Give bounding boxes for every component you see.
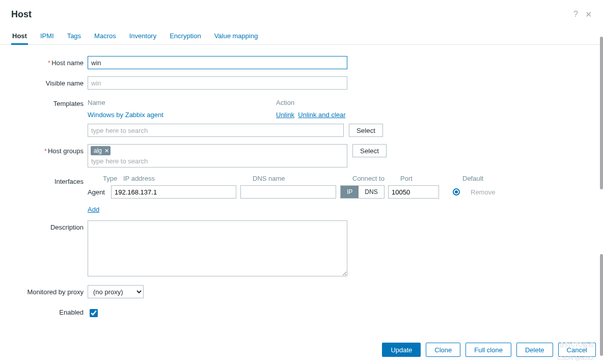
dialog-title: Host	[11, 9, 32, 20]
label-host-name: *Host name	[11, 56, 88, 67]
label-interfaces: Interfaces	[11, 175, 88, 185]
label-description: Description	[11, 220, 88, 231]
delete-button[interactable]: Delete	[516, 343, 553, 357]
templates-header-name: Name	[88, 97, 276, 109]
host-groups-select-button[interactable]: Select	[352, 144, 387, 157]
tab-value-mapping[interactable]: Value mapping	[213, 28, 259, 44]
enabled-checkbox[interactable]	[90, 309, 98, 317]
tab-inventory[interactable]: Inventory	[128, 28, 157, 44]
interface-type-label: Agent	[88, 188, 111, 196]
interface-dns-input[interactable]	[240, 185, 336, 199]
proxy-select[interactable]: (no proxy)	[88, 285, 144, 298]
label-templates: Templates	[11, 97, 88, 107]
description-textarea[interactable]	[88, 220, 347, 276]
interface-row: Agent IP DNS Remove	[88, 185, 531, 199]
host-group-tag[interactable]: alg✕	[91, 146, 111, 155]
tab-encryption[interactable]: Encryption	[169, 28, 202, 44]
scrollbar[interactable]	[599, 2, 603, 362]
templates-header-action: Action	[276, 97, 294, 109]
interface-default-radio[interactable]	[453, 188, 460, 195]
template-link[interactable]: Windows by Zabbix agent	[88, 111, 163, 119]
connect-ip-button[interactable]: IP	[341, 186, 359, 198]
close-icon[interactable]: ✕	[585, 10, 592, 19]
connect-dns-button[interactable]: DNS	[359, 186, 383, 198]
label-enabled: Enabled	[11, 305, 88, 316]
templates-select-button[interactable]: Select	[349, 124, 383, 137]
tab-host[interactable]: Host	[11, 28, 28, 44]
connect-to-segmented: IP DNS	[340, 185, 385, 199]
help-icon[interactable]: ?	[573, 10, 578, 19]
visible-name-input[interactable]	[88, 76, 347, 90]
tabs: Host IPMI Tags Macros Inventory Encrypti…	[0, 23, 603, 45]
update-button[interactable]: Update	[382, 343, 421, 357]
templates-search-input[interactable]	[88, 124, 344, 137]
host-groups-box[interactable]: alg✕	[88, 144, 347, 167]
label-visible-name: Visible name	[11, 76, 88, 87]
tab-macros[interactable]: Macros	[93, 28, 117, 44]
interface-add-link[interactable]: Add	[88, 206, 99, 213]
full-clone-button[interactable]: Full clone	[465, 343, 511, 357]
interface-port-input[interactable]	[388, 185, 439, 199]
action-bar: Update Clone Full clone Delete Cancel	[0, 343, 596, 357]
interfaces-header: Type IP address DNS name Connect to Port…	[88, 175, 531, 182]
label-proxy: Monitored by proxy	[11, 285, 88, 296]
host-name-input[interactable]	[88, 56, 347, 69]
dialog-header: Host ? ✕	[0, 0, 603, 23]
interface-ip-input[interactable]	[111, 185, 236, 199]
tag-remove-icon[interactable]: ✕	[104, 148, 109, 154]
scrollbar-thumb[interactable]	[600, 37, 603, 189]
template-unlink[interactable]: Unlink	[276, 111, 294, 119]
cancel-button[interactable]: Cancel	[558, 343, 596, 357]
tab-ipmi[interactable]: IPMI	[39, 28, 55, 44]
interface-remove-link: Remove	[471, 188, 495, 196]
clone-button[interactable]: Clone	[426, 343, 460, 357]
scrollbar-thumb[interactable]	[600, 254, 603, 356]
template-unlink-clear[interactable]: Unlink and clear	[298, 111, 345, 119]
label-host-groups: *Host groups	[11, 144, 88, 155]
form: *Host name Visible name Templates Name A…	[0, 45, 603, 331]
host-groups-search-input[interactable]	[90, 156, 335, 166]
tab-tags[interactable]: Tags	[66, 28, 82, 44]
